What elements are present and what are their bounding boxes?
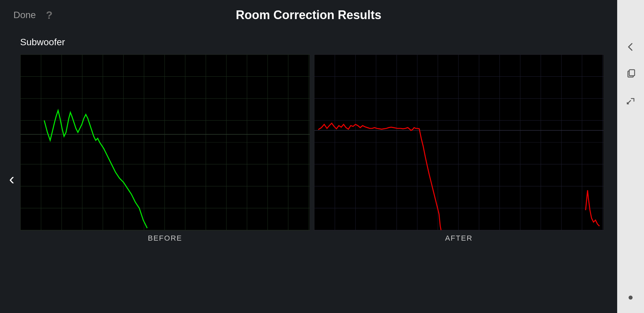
copy-button[interactable] xyxy=(624,67,637,80)
help-icon[interactable]: ? xyxy=(46,9,53,21)
done-button[interactable]: Done xyxy=(13,10,36,20)
indicator-dot xyxy=(629,296,633,300)
page-title: Room Correction Results xyxy=(236,8,381,22)
after-chart xyxy=(314,54,604,231)
after-chart-svg xyxy=(314,55,603,230)
sidebar xyxy=(617,0,644,313)
charts-row: ‹ xyxy=(20,54,604,303)
before-chart-svg xyxy=(20,55,310,230)
resize-button[interactable] xyxy=(624,94,637,107)
before-chart xyxy=(20,54,310,231)
svg-rect-51 xyxy=(629,70,635,76)
before-label: BEFORE xyxy=(20,234,310,243)
content-area: Subwoofer ‹ xyxy=(0,30,617,313)
before-chart-wrapper: BEFORE xyxy=(20,54,310,243)
prev-arrow[interactable]: ‹ xyxy=(3,54,20,303)
charts-container: BEFORE xyxy=(20,54,604,243)
after-chart-wrapper: AFTER xyxy=(314,54,604,243)
after-label: AFTER xyxy=(314,234,604,243)
header-left: Done ? xyxy=(13,9,52,21)
main-content: Done ? Room Correction Results Subwoofer… xyxy=(0,0,617,313)
section-label: Subwoofer xyxy=(20,37,604,48)
header: Done ? Room Correction Results xyxy=(0,0,617,30)
back-button[interactable] xyxy=(624,40,637,54)
